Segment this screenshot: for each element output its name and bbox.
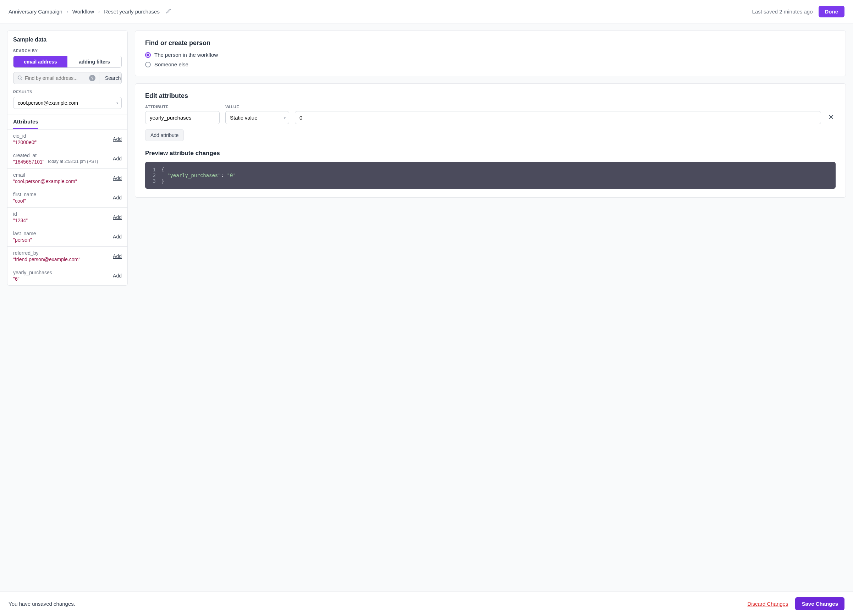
add-link[interactable]: Add (113, 136, 122, 142)
attr-value: "person" (13, 237, 110, 243)
add-link[interactable]: Add (113, 214, 122, 220)
add-link[interactable]: Add (113, 273, 122, 279)
line-number: 3 (152, 178, 156, 184)
search-by-label: SEARCH BY (13, 49, 122, 53)
add-attribute-button[interactable]: Add attribute (145, 129, 184, 141)
attribute-row: yearly_purchases "6" Add (8, 266, 127, 285)
close-icon: ✕ (828, 113, 834, 121)
find-person-card: Find or create person The person in the … (135, 30, 846, 76)
code-text: { (161, 167, 164, 173)
add-link[interactable]: Add (113, 253, 122, 259)
attribute-row: created_at "1645657101" Today at 2:58:21… (8, 149, 127, 168)
svg-line-1 (21, 79, 22, 80)
attribute-row: email "cool.person@example.com" Add (8, 168, 127, 188)
search-row: ? Search (13, 72, 122, 84)
edit-attributes-title: Edit attributes (145, 92, 836, 100)
line-number: 1 (152, 167, 156, 173)
value-label-spacer (295, 105, 821, 109)
edit-attributes-card: Edit attributes ATTRIBUTE VALUE Static v… (135, 83, 846, 198)
attr-value: "6" (13, 276, 110, 282)
done-button[interactable]: Done (818, 6, 845, 17)
attr-value: "1645657101" (13, 159, 44, 165)
sample-data-panel: Sample data SEARCH BY email address addi… (7, 30, 128, 286)
main-content: Sample data SEARCH BY email address addi… (0, 23, 853, 597)
attr-note: Today at 2:58:21 pm (PST) (47, 159, 98, 165)
help-icon[interactable]: ? (89, 75, 96, 81)
sidebar-tabs: Attributes (8, 115, 127, 129)
add-link[interactable]: Add (113, 234, 122, 240)
page-header: Anniversary Campaign › Workflow › Reset … (0, 0, 853, 23)
radio-icon (145, 62, 151, 67)
breadcrumb-current: Reset yearly purchases (104, 9, 160, 15)
breadcrumb-campaign[interactable]: Anniversary Campaign (9, 9, 62, 15)
last-saved-text: Last saved 2 minutes ago (752, 9, 813, 15)
line-number: 2 (152, 173, 156, 178)
chevron-right-icon: › (67, 9, 68, 14)
add-link[interactable]: Add (113, 175, 122, 181)
preview-title: Preview attribute changes (145, 150, 836, 157)
chevron-right-icon: › (98, 9, 100, 14)
search-icon (17, 75, 23, 82)
value-input[interactable] (295, 111, 821, 124)
results-label: RESULTS (13, 90, 122, 94)
attr-key: created_at (13, 153, 110, 158)
attribute-row: id "1234" Add (8, 208, 127, 227)
add-link[interactable]: Add (113, 195, 122, 200)
radio-someone-else[interactable]: Someone else (145, 61, 836, 67)
attr-key: last_name (13, 231, 110, 236)
radio-label: The person in the workflow (154, 52, 218, 58)
pencil-icon[interactable] (166, 9, 171, 15)
header-right: Last saved 2 minutes ago Done (752, 6, 844, 17)
value-type-select[interactable]: Static value (225, 111, 289, 124)
attribute-row: cio_id "12000e0f" Add (8, 129, 127, 149)
results-select[interactable]: cool.person@example.com (13, 97, 122, 109)
breadcrumb-workflow[interactable]: Workflow (72, 9, 94, 15)
attr-value: "1234" (13, 217, 110, 223)
attribute-form-row: ATTRIBUTE VALUE Static value ✕ (145, 105, 836, 124)
code-text: "yearly_purchases": "0" (167, 173, 236, 178)
find-person-title: Find or create person (145, 39, 836, 47)
search-by-toggle: email address adding filters (13, 56, 122, 68)
attr-key: yearly_purchases (13, 270, 110, 275)
add-link[interactable]: Add (113, 156, 122, 161)
attribute-row: last_name "person" Add (8, 227, 127, 247)
attribute-label: ATTRIBUTE (145, 105, 220, 109)
breadcrumb: Anniversary Campaign › Workflow › Reset … (9, 9, 171, 15)
attribute-row: first_name "cool" Add (8, 188, 127, 208)
attr-key: referred_by (13, 250, 110, 256)
attribute-row: referred_by "friend.person@example.com" … (8, 247, 127, 266)
find-person-radio-group: The person in the workflow Someone else (145, 52, 836, 67)
attribute-list: cio_id "12000e0f" Add created_at "164565… (8, 129, 127, 285)
attr-key: first_name (13, 192, 110, 197)
code-text: } (161, 178, 164, 184)
radio-label: Someone else (154, 61, 188, 67)
search-button[interactable]: Search (99, 72, 122, 84)
preview-code-block: 1 { 2 "yearly_purchases": "0" 3 } (145, 162, 836, 189)
svg-point-0 (18, 76, 21, 79)
radio-person-in-workflow[interactable]: The person in the workflow (145, 52, 836, 58)
toggle-email-address[interactable]: email address (14, 56, 67, 67)
attr-key: id (13, 211, 110, 217)
unsaved-changes-bar: You have unsaved changes. Discard Change… (0, 591, 853, 597)
remove-attribute-button[interactable]: ✕ (827, 110, 836, 124)
search-input[interactable] (25, 72, 87, 84)
attr-value: "12000e0f" (13, 140, 110, 145)
content-column: Find or create person The person in the … (135, 30, 846, 198)
value-label: VALUE (225, 105, 289, 109)
attr-value: "cool.person@example.com" (13, 179, 110, 184)
attribute-name-input[interactable] (145, 111, 220, 124)
tab-attributes[interactable]: Attributes (13, 115, 38, 129)
toggle-adding-filters[interactable]: adding filters (67, 56, 121, 67)
radio-icon (145, 52, 151, 58)
sample-data-title: Sample data (13, 36, 122, 43)
attr-value: "friend.person@example.com" (13, 256, 110, 262)
attr-key: cio_id (13, 133, 110, 139)
attr-key: email (13, 172, 110, 178)
attr-value: "cool" (13, 198, 110, 204)
